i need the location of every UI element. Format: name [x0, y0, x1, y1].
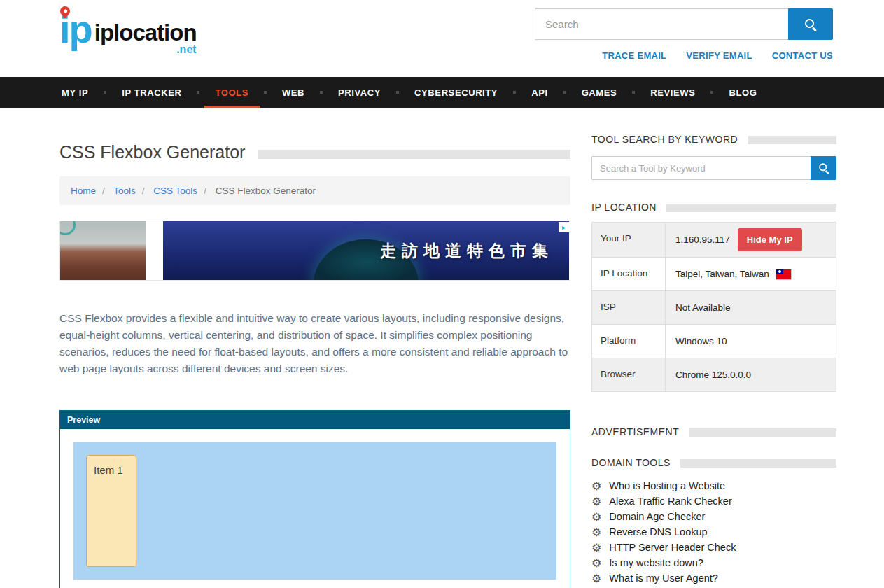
nav-item-label: GAMES: [570, 77, 629, 108]
nav-item[interactable]: CYBERSECURITY: [403, 77, 520, 108]
ip-location-heading-row: IP LOCATION: [591, 202, 836, 213]
ip-location-table: Your IP 1.160.95.117 Hide My IP IP Locat…: [591, 222, 836, 392]
breadcrumb: Home Tools CSS Tools CSS Flexbox Generat…: [59, 176, 570, 205]
header-right: TRACE EMAIL VERIFY EMAIL CONTACT US: [535, 7, 833, 77]
ad-banner[interactable]: 走訪地道特色市集 ▸: [59, 220, 570, 281]
nav-item[interactable]: REVIEWS: [639, 77, 717, 108]
breadcrumb-item[interactable]: CSS Tools: [153, 186, 213, 196]
ip-table-value: Not Available: [675, 302, 731, 313]
quick-link[interactable]: CONTACT US: [772, 50, 833, 61]
nav-item[interactable]: BLOG: [717, 77, 768, 108]
logo[interactable]: ip iplocation .net: [59, 7, 197, 77]
hide-my-ip-button[interactable]: Hide My IP: [738, 228, 802, 251]
domain-tools-heading-row: DOMAIN TOOLS: [591, 457, 836, 468]
tool-search-button[interactable]: [811, 156, 836, 180]
nav-item-label: WEB: [271, 77, 316, 108]
gear-icon: ⚙: [591, 557, 601, 569]
ip-table-row: Platform Windows 10: [592, 325, 836, 358]
nav-item[interactable]: MY IP: [50, 77, 111, 108]
nav-item-label: REVIEWS: [639, 77, 706, 108]
gear-icon: ⚙: [591, 511, 601, 523]
heading-decoration-bar: [666, 204, 836, 212]
ip-table-value: Windows 10: [675, 336, 727, 346]
preview-panel-body: Item 1: [60, 429, 570, 588]
search-icon: [818, 162, 829, 173]
header-search-input[interactable]: [535, 8, 788, 40]
gear-icon: ⚙: [591, 526, 601, 538]
tool-search-heading: TOOL SEARCH BY KEYWORD: [591, 134, 738, 145]
domain-tool-link[interactable]: Is my website down?: [609, 557, 703, 569]
nav-item[interactable]: IP TRACKER: [111, 77, 204, 108]
content: CSS Flexbox Generator Home Tools CSS Too…: [0, 108, 884, 588]
domain-tool-link[interactable]: What is my User Agent?: [609, 573, 718, 584]
domain-tool-item[interactable]: ⚙ Is my website down?: [591, 557, 836, 569]
logo-tld: .net: [176, 43, 196, 56]
ip-table-label: IP Location: [592, 258, 666, 290]
gear-icon: ⚙: [591, 542, 601, 554]
page-title: CSS Flexbox Generator: [59, 142, 245, 162]
domain-tool-link[interactable]: Alexa Traffic Rank Checker: [609, 496, 731, 507]
ip-table-value: Taipei, Taiwan, Taiwan: [675, 269, 769, 279]
ip-table-value-cell: Not Available: [666, 291, 836, 324]
title-decoration-bar: [258, 150, 570, 159]
ip-table-value: 1.160.95.117: [675, 234, 730, 245]
header-search-button[interactable]: [788, 8, 833, 40]
domain-tools-list: ⚙ Who is Hosting a Website ⚙ Alexa Traff…: [591, 480, 836, 584]
domain-tool-item[interactable]: ⚙ Domain Age Checker: [591, 511, 836, 523]
quick-link[interactable]: TRACE EMAIL: [602, 50, 666, 61]
ip-table-value: Chrome 125.0.0.0: [675, 370, 751, 380]
ad-photo-right: 走訪地道特色市集: [163, 221, 569, 280]
nav-item-label: PRIVACY: [327, 77, 392, 108]
main-column: CSS Flexbox Generator Home Tools CSS Too…: [59, 134, 570, 588]
nav-item-label: IP TRACKER: [111, 77, 192, 108]
domain-tools-heading: DOMAIN TOOLS: [591, 457, 671, 468]
breadcrumb-item[interactable]: Home: [71, 186, 111, 196]
domain-tool-link[interactable]: HTTP Server Header Check: [609, 542, 736, 554]
page: ip iplocation .net TRACE EMAIL VERIFY EM…: [0, 0, 884, 588]
site-header: ip iplocation .net TRACE EMAIL VERIFY EM…: [0, 0, 884, 77]
heading-decoration-bar: [748, 136, 836, 144]
ip-table-row: IP Location Taipei, Taiwan, Taiwan: [592, 258, 836, 291]
breadcrumb-item[interactable]: Tools: [113, 186, 150, 196]
ad-decorative-ring-icon: [59, 220, 76, 235]
search-icon: [804, 18, 817, 31]
nav-item[interactable]: PRIVACY: [327, 77, 403, 108]
domain-tool-link[interactable]: Who is Hosting a Website: [609, 480, 725, 492]
nav-item[interactable]: GAMES: [570, 77, 640, 108]
domain-tool-item[interactable]: ⚙ Alexa Traffic Rank Checker: [591, 496, 836, 507]
gear-icon: ⚙: [591, 573, 601, 584]
ip-table-value-cell: Taipei, Taiwan, Taiwan: [666, 258, 836, 290]
domain-tool-item[interactable]: ⚙ Who is Hosting a Website: [591, 480, 836, 492]
domain-tool-item[interactable]: ⚙ Reverse DNS Lookup: [591, 526, 836, 538]
nav-item-label: CYBERSECURITY: [403, 77, 509, 108]
gear-icon: ⚙: [591, 496, 601, 507]
logo-name: iplocation: [94, 21, 197, 45]
ip-table-label: Platform: [592, 325, 666, 358]
logo-mark: ip: [59, 10, 92, 49]
domain-tool-link[interactable]: Reverse DNS Lookup: [609, 526, 707, 538]
domain-tool-link[interactable]: Domain Age Checker: [609, 511, 705, 523]
nav-item[interactable]: TOOLS: [204, 77, 271, 108]
nav-item[interactable]: API: [520, 77, 570, 108]
tool-search: [591, 156, 836, 180]
ip-table-value-cell: 1.160.95.117 Hide My IP: [666, 223, 836, 257]
adchoices-icon[interactable]: ▸: [559, 222, 569, 232]
tool-search-input[interactable]: [591, 156, 811, 180]
ip-table-value-cell: Windows 10: [666, 325, 836, 358]
nav-item[interactable]: WEB: [271, 77, 327, 108]
quick-link[interactable]: VERIFY EMAIL: [686, 50, 752, 61]
domain-tool-item[interactable]: ⚙ HTTP Server Header Check: [591, 542, 836, 554]
ip-table-row: Your IP 1.160.95.117 Hide My IP: [592, 223, 836, 258]
ip-table-row: ISP Not Available: [592, 291, 836, 325]
main-nav: MY IP IP TRACKER TOOLS WEB PRIVACY CYBER…: [0, 77, 884, 108]
ip-table-row: Browser Chrome 125.0.0.0: [592, 358, 836, 391]
tool-search-heading-row: TOOL SEARCH BY KEYWORD: [591, 134, 836, 145]
ad-photo-left: [60, 221, 146, 280]
advertisement-heading-row: ADVERTISEMENT: [591, 426, 836, 438]
title-row: CSS Flexbox Generator: [59, 142, 570, 162]
taiwan-flag-icon: [776, 270, 791, 279]
domain-tool-item[interactable]: ⚙ What is my User Agent?: [591, 573, 836, 584]
sidebar: TOOL SEARCH BY KEYWORD IP LOCATION Your …: [591, 134, 836, 588]
tool-description: CSS Flexbox provides a flexible and intu…: [59, 310, 570, 377]
nav-item-label: MY IP: [50, 77, 99, 108]
